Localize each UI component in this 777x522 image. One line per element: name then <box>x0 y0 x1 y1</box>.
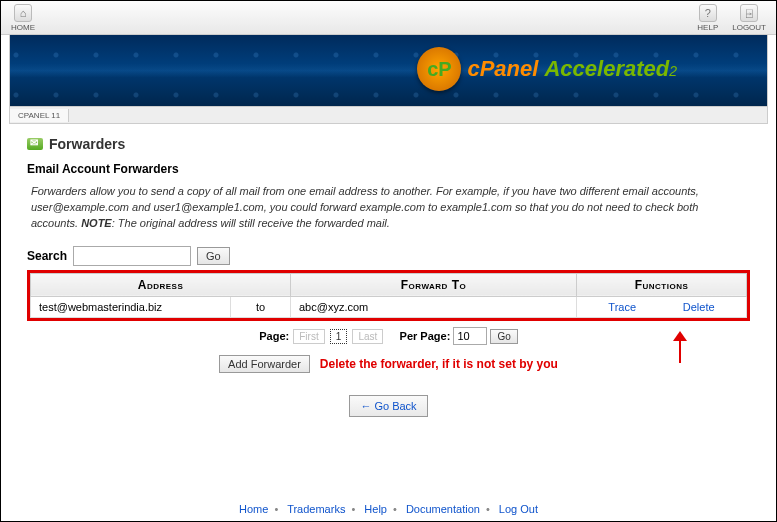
search-label: Search <box>27 249 67 263</box>
logout-icon: ⍈ <box>740 4 758 22</box>
search-go-button[interactable]: Go <box>197 247 230 265</box>
help-icon: ? <box>699 4 717 22</box>
logout-label: LOGOUT <box>732 23 766 32</box>
perpage-input[interactable] <box>453 327 487 345</box>
footer-help[interactable]: Help <box>364 503 387 515</box>
help-button[interactable]: ? HELP <box>693 4 722 32</box>
trace-link[interactable]: Trace <box>608 301 636 313</box>
tab-bar: CPANEL 11 <box>9 107 768 124</box>
section-heading: Email Account Forwarders <box>27 162 750 176</box>
description-text: Forwarders allow you to send a copy of a… <box>31 184 746 232</box>
forwarders-table-highlight: Address Forward To Functions test@webmas… <box>27 270 750 321</box>
pagination: Page: First 1 Last Per Page: Go <box>27 327 750 345</box>
header-banner: cP cPanel Accelerated2 <box>9 35 768 107</box>
cpanel-logo-icon: cP <box>417 47 461 91</box>
logout-button[interactable]: ⍈ LOGOUT <box>728 4 770 32</box>
page-label: Page: <box>259 330 289 342</box>
delete-link[interactable]: Delete <box>683 301 715 313</box>
brand-sub: 2 <box>669 63 677 79</box>
cell-functions: Trace Delete <box>577 296 747 317</box>
brand-text-1: cPanel <box>467 56 538 81</box>
cell-forward-to: abc@xyz.com <box>291 296 577 317</box>
perpage-go-button[interactable]: Go <box>490 329 517 344</box>
page-number[interactable]: 1 <box>330 329 348 344</box>
page-title: Forwarders <box>27 136 750 152</box>
search-row: Search Go <box>27 246 750 266</box>
top-toolbar: ⌂ HOME ? HELP ⍈ LOGOUT <box>1 1 776 35</box>
brand-text-2: Accelerated <box>544 56 669 81</box>
main-content: Forwarders Email Account Forwarders Forw… <box>1 124 776 417</box>
footer-logout[interactable]: Log Out <box>499 503 538 515</box>
perpage-label: Per Page: <box>400 330 451 342</box>
page-last-button[interactable]: Last <box>352 329 383 344</box>
col-forward-to: Forward To <box>291 273 577 296</box>
add-forwarder-button[interactable]: Add Forwarder <box>219 355 310 373</box>
home-label: HOME <box>11 23 35 32</box>
cell-address: test@webmasterindia.biz <box>31 296 231 317</box>
col-address: Address <box>31 273 291 296</box>
col-functions: Functions <box>577 273 747 296</box>
page-first-button[interactable]: First <box>293 329 324 344</box>
add-forwarder-row: Add Forwarder Delete the forwarder, if i… <box>27 355 750 373</box>
page-title-text: Forwarders <box>49 136 125 152</box>
table-row: test@webmasterindia.biz to abc@xyz.com T… <box>31 296 747 317</box>
home-icon: ⌂ <box>14 4 32 22</box>
annotation-text: Delete the forwarder, if it is not set b… <box>320 357 558 371</box>
cell-to: to <box>231 296 291 317</box>
go-back-button[interactable]: ← Go Back <box>349 395 427 417</box>
search-input[interactable] <box>73 246 191 266</box>
tab-cpanel11[interactable]: CPANEL 11 <box>10 109 69 122</box>
footer-nav: Home• Trademarks• Help• Documentation• L… <box>1 499 776 519</box>
home-button[interactable]: ⌂ HOME <box>7 4 39 32</box>
forwarders-table: Address Forward To Functions test@webmas… <box>30 273 747 318</box>
footer-home[interactable]: Home <box>239 503 268 515</box>
footer-documentation[interactable]: Documentation <box>406 503 480 515</box>
cpanel-logo: cP cPanel Accelerated2 <box>417 47 677 91</box>
forwarders-icon <box>27 138 43 150</box>
help-label: HELP <box>697 23 718 32</box>
footer-trademarks[interactable]: Trademarks <box>287 503 345 515</box>
